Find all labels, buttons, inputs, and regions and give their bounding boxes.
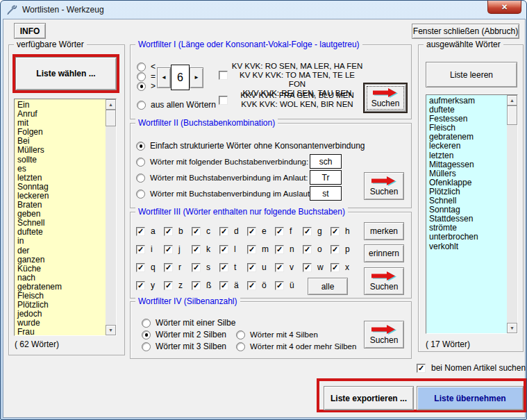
letter-checkbox-q[interactable]: ✓q	[136, 262, 164, 272]
letter-checkbox-j[interactable]: ✓j	[164, 244, 192, 254]
kv-pattern2-checkbox[interactable]	[219, 96, 228, 105]
radio-combination-final[interactable]: Wörter mit Buchstabenverbindung im Ausla…	[136, 189, 312, 199]
filter3-search-button[interactable]: Suchen	[364, 267, 404, 295]
radio-length-less[interactable]: <	[137, 62, 156, 72]
scroll-track[interactable]	[106, 126, 116, 325]
letter-checkbox-b[interactable]: ✓b	[164, 226, 192, 236]
radio-four-syllables[interactable]: Wörter mit 4 Silben	[236, 330, 318, 339]
choose-list-button[interactable]: Liste wählen ...	[15, 57, 117, 90]
letter-checkbox-a[interactable]: ✓a	[136, 226, 164, 236]
letter-checkbox-p[interactable]: ✓p	[331, 244, 358, 254]
letter-checkbox-s[interactable]: ✓s	[192, 262, 219, 272]
letter-checkbox-m[interactable]: ✓m	[247, 244, 275, 254]
available-list-scrollbar[interactable]: ▲ ▼	[106, 99, 116, 335]
titlebar[interactable]: Wortlisten - Werkzeug ✕	[1, 1, 526, 19]
initial-combination-input[interactable]	[310, 170, 342, 185]
word-item[interactable]: Mittagessen	[429, 160, 506, 169]
word-item[interactable]: letzten	[17, 174, 105, 183]
letter-checkbox-u[interactable]: ✓u	[247, 262, 275, 272]
article-checkbox[interactable]: ✓	[417, 364, 426, 373]
info-button[interactable]: INFO	[14, 23, 46, 39]
radio-one-syllable[interactable]: Wörter mit einer Silbe	[142, 318, 235, 328]
radio-length-equal[interactable]: =	[137, 72, 156, 81]
article-search-checkbox-row[interactable]: ✓ bei Nomen Artikel suchen	[417, 363, 526, 373]
memorize-button[interactable]: merken	[364, 222, 404, 240]
letter-checkbox-k[interactable]: ✓k	[192, 244, 219, 254]
letter-checkbox-ü[interactable]: ✓ü	[275, 280, 303, 290]
radio-simple-structure[interactable]: Einfach strukturierte Wörter ohne Konson…	[136, 141, 365, 151]
word-item[interactable]: gebratenem	[17, 283, 105, 292]
spinner-increment-button[interactable]: ►	[190, 67, 203, 88]
radio-all-words[interactable]: aus allen Wörtern	[137, 100, 216, 110]
word-item[interactable]: der	[17, 246, 105, 255]
letter-checkbox-n[interactable]: ✓n	[275, 244, 303, 254]
scroll-down-button[interactable]: ▼	[106, 325, 116, 335]
scroll-track[interactable]	[507, 125, 517, 323]
spinner-decrement-button[interactable]: ◄	[157, 67, 171, 88]
letter-checkbox-f[interactable]: ✓f	[275, 226, 303, 236]
available-words-list[interactable]: EinAnrufmitFolgenBeiMüllerssollteesletzt…	[14, 99, 117, 336]
radio-three-syllables[interactable]: Wörter mit 3 Silben	[142, 342, 226, 351]
all-letters-button[interactable]: alle	[308, 278, 348, 295]
scroll-thumb[interactable]	[507, 106, 517, 125]
word-item[interactable]: duftete	[17, 228, 105, 237]
scroll-up-button[interactable]: ▲	[507, 95, 517, 106]
kv-pattern1-checkbox[interactable]	[219, 71, 228, 80]
word-item[interactable]: es	[17, 165, 105, 174]
letter-checkbox-ß[interactable]: ✓ß	[192, 280, 219, 290]
scroll-up-button[interactable]: ▲	[106, 99, 116, 110]
letter-checkbox-t[interactable]: ✓t	[219, 262, 247, 272]
letter-checkbox-e[interactable]: ✓e	[247, 226, 275, 236]
letter-checkbox-h[interactable]: ✓h	[331, 226, 358, 236]
letter-checkbox-z[interactable]: ✓z	[164, 280, 192, 290]
letter-checkbox-ä[interactable]: ✓ä	[219, 280, 247, 290]
selected-list-scrollbar[interactable]: ▲ ▼	[507, 95, 517, 333]
filter4-search-button[interactable]: Suchen	[364, 321, 404, 348]
radio-length-greater[interactable]: >	[137, 81, 156, 91]
word-item[interactable]: Folgen	[17, 128, 105, 137]
radio-two-syllables[interactable]: Wörter mit 2 Silben	[142, 330, 226, 339]
filter2-search-button[interactable]: Suchen	[364, 172, 404, 200]
word-item[interactable]: Frau	[17, 328, 105, 335]
word-item[interactable]: sollte	[17, 156, 105, 165]
word-item[interactable]: Anruf	[17, 110, 105, 119]
letter-checkbox-i[interactable]: ✓i	[136, 244, 164, 254]
radio-letter-combination[interactable]: Wörter mit folgender Buchstabenverbindun…	[136, 157, 308, 167]
combination-input[interactable]	[310, 154, 342, 169]
letter-checkbox-c[interactable]: ✓c	[192, 226, 219, 236]
apply-list-button[interactable]: Liste übernehmen	[417, 386, 524, 410]
letter-checkbox-y[interactable]: ✓y	[136, 280, 164, 290]
scroll-down-button[interactable]: ▼	[507, 323, 517, 333]
word-item[interactable]: letzten	[429, 151, 506, 160]
letter-checkbox-g[interactable]: ✓g	[303, 226, 331, 236]
radio-four-or-more-syllables[interactable]: Wörter mit 4 oder mehr Silben	[236, 342, 356, 351]
word-item[interactable]: unterbrochen	[429, 233, 506, 242]
close-window-button[interactable]: Fenster schließen (Abbruch)	[412, 24, 519, 39]
word-item[interactable]: verkohlt	[429, 242, 506, 251]
letter-checkbox-d[interactable]: ✓d	[219, 226, 247, 236]
word-item[interactable]: Müllers	[429, 169, 506, 178]
clear-list-button[interactable]: Liste leeren	[426, 62, 517, 87]
letter-checkbox-w[interactable]: ✓w	[303, 262, 331, 272]
radio-combination-initial[interactable]: Wörter mit Buchstabenverbindung im Anlau…	[136, 173, 308, 183]
word-item[interactable]: leckeren	[429, 142, 506, 151]
filter1-search-button[interactable]: Suchen	[365, 84, 406, 112]
letter-checkbox-r[interactable]: ✓r	[164, 262, 192, 272]
scroll-thumb[interactable]	[106, 110, 116, 126]
close-button[interactable]: ✕	[487, 1, 521, 14]
letter-checkbox-v[interactable]: ✓v	[275, 262, 303, 272]
word-item[interactable]: Sonntag	[17, 183, 105, 192]
final-combination-input[interactable]	[310, 186, 342, 201]
letter-checkbox-l[interactable]: ✓l	[219, 244, 247, 254]
recall-button[interactable]: erinnern	[364, 244, 404, 262]
letter-checkbox-ö[interactable]: ✓ö	[247, 280, 275, 290]
export-list-button[interactable]: Liste exportieren ...	[324, 386, 414, 410]
letter-checkbox-o[interactable]: ✓o	[303, 244, 331, 254]
word-item[interactable]: ganzen	[17, 255, 105, 264]
word-item[interactable]: Küche	[17, 264, 105, 274]
word-item[interactable]: nach	[17, 274, 105, 283]
letter-checkbox-x[interactable]: ✓x	[331, 262, 358, 272]
word-item[interactable]: Müllers	[17, 146, 105, 155]
selected-words-list[interactable]: aufmerksamdufteteFestessenFleischgebrate…	[426, 94, 518, 334]
word-item[interactable]: in	[17, 237, 105, 246]
